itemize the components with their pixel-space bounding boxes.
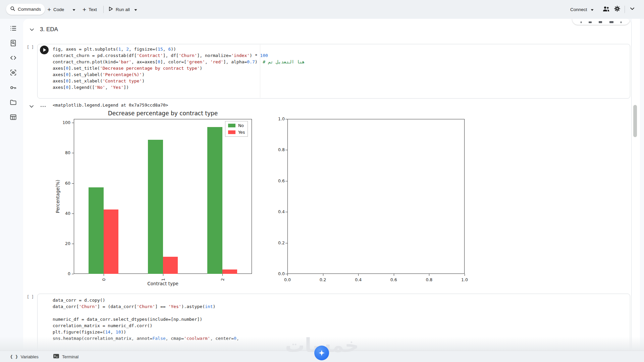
bar-yes (104, 209, 118, 274)
run-cell-button[interactable] (40, 46, 49, 54)
move-up-icon (581, 21, 582, 23)
code-editor[interactable]: data_corr = d.copy()data_corr['Churn'] =… (53, 297, 239, 342)
tick-mark (163, 274, 163, 276)
tick-mark (285, 212, 287, 212)
tick-mark (429, 274, 429, 276)
axes-frame (74, 119, 252, 274)
table-of-contents-icon[interactable] (8, 23, 18, 33)
more-actions-icon[interactable] (41, 106, 46, 107)
collapse-toolbar-button[interactable] (629, 5, 635, 14)
cell-toolbar-clipped[interactable] (572, 19, 630, 25)
files-folder-icon[interactable] (8, 97, 18, 107)
scrollbar-thumb[interactable] (633, 105, 637, 137)
link-icon (599, 21, 602, 23)
code-line: axes[0].legend(['No', 'Yes']) (53, 84, 305, 90)
toolbar-divider (625, 6, 625, 13)
bar-no (207, 127, 222, 274)
commands-label: Commands (18, 7, 41, 12)
tick-mark (323, 274, 323, 276)
top-toolbar: Commands + Code + Text Run all Connect (0, 0, 644, 19)
bar-no (148, 140, 163, 274)
code-line: axes[0].set_xlabel('Contract type') (53, 78, 305, 84)
code-line: correlation_matrix = numeric_df.corr() (53, 322, 239, 329)
more-vert-icon (621, 21, 622, 23)
section-title: 3. EDA (40, 26, 58, 33)
tick-mark (72, 214, 74, 214)
sparkle-badge-icon (314, 346, 329, 360)
play-outline-icon (108, 6, 113, 13)
find-and-replace-icon[interactable] (8, 38, 18, 48)
tick-mark (358, 274, 359, 276)
y-tick-label: 0.0 (272, 271, 285, 276)
code-line: data_corr['Churn'] = (data_corr['Churn']… (53, 303, 239, 310)
tick-mark (72, 244, 74, 244)
left-sidebar (0, 19, 23, 351)
bar-yes (163, 257, 178, 274)
code-line: numeric_df = data_corr.select_dtypes(inc… (53, 316, 239, 322)
output-collapse-chevron-icon[interactable] (29, 104, 34, 110)
tick-mark (72, 153, 74, 153)
y-tick-label: 0.4 (272, 209, 285, 214)
x-tick-label: 1 (160, 277, 166, 282)
tick-mark (394, 274, 394, 276)
run-all-button[interactable]: Run all (108, 5, 130, 14)
braces-icon: { } (10, 354, 18, 359)
search-icon (10, 6, 15, 12)
tick-mark (222, 274, 223, 276)
legend-swatch (228, 130, 235, 134)
tick-mark (285, 181, 287, 181)
y-tick-label: 0 (52, 271, 70, 276)
x-tick-label: 0.0 (282, 277, 293, 282)
section-collapse-chevron-icon[interactable] (29, 27, 35, 34)
share-users-button[interactable] (602, 5, 610, 14)
code-editor[interactable]: fig, axes = plt.subplots(1, 2, figsize=(… (53, 46, 305, 90)
legend-entry: No (228, 123, 245, 128)
legend-swatch (228, 124, 235, 127)
terminal-button[interactable]: Terminal (53, 351, 78, 362)
tick-mark (285, 274, 287, 274)
output-text: <matplotlib.legend.Legend at 0x7a759ccd8… (53, 103, 168, 108)
caret-down-icon (134, 6, 137, 12)
plus-icon: + (83, 6, 86, 13)
data-table-icon[interactable] (8, 112, 18, 122)
add-code-button[interactable]: + Code (47, 5, 64, 14)
y-tick-label: 0.6 (272, 178, 285, 183)
comment-icon (609, 21, 613, 23)
commands-button[interactable]: Commands (6, 4, 45, 15)
run-all-dropdown[interactable] (133, 5, 137, 14)
add-text-button[interactable]: + Text (83, 5, 97, 14)
y-tick-label: 0.2 (272, 240, 285, 245)
scene-detection-icon[interactable] (8, 67, 18, 77)
variables-button[interactable]: { } Variables (10, 351, 39, 362)
terminal-icon (53, 353, 59, 360)
x-axis-label: Contract type (74, 281, 252, 286)
execution-count: [ ] (27, 295, 34, 299)
x-tick-label: 0.6 (388, 277, 399, 282)
connect-button[interactable]: Connect (570, 5, 594, 14)
chevron-down-icon (629, 6, 635, 13)
code-line: sns.heatmap(correlation_matrix, annot=Fa… (53, 335, 239, 342)
code-line (53, 310, 239, 316)
legend-label: No (238, 123, 244, 128)
y-tick-label: 1.0 (272, 116, 285, 121)
code-line: axes[0].set_ylabel('Percentage(%)') (53, 71, 305, 78)
tick-mark (72, 183, 74, 184)
bar-yes (222, 269, 237, 274)
y-tick-label: 0.8 (272, 147, 285, 152)
tick-mark (104, 274, 104, 276)
y-tick-label: 60 (52, 181, 70, 186)
code-line: fig, axes = plt.subplots(1, 2, figsize=(… (53, 46, 305, 52)
execution-count: [ ] (27, 45, 34, 50)
code-line: contract_churn.plot(kind='bar', ax=axes[… (53, 59, 305, 65)
x-tick-label: 0.8 (423, 277, 435, 282)
scrollbar-track[interactable] (632, 19, 640, 351)
y-tick-label: 40 (52, 211, 70, 216)
caret-down-icon (72, 6, 75, 12)
settings-button[interactable] (614, 5, 621, 14)
legend-entry: Yes (228, 130, 245, 135)
add-code-dropdown[interactable] (71, 5, 75, 14)
legend-label: Yes (238, 130, 245, 135)
chart-title: Decrease percentage by contract type (74, 110, 252, 117)
code-snippets-icon[interactable] (8, 53, 18, 63)
secrets-key-icon[interactable] (8, 82, 18, 93)
